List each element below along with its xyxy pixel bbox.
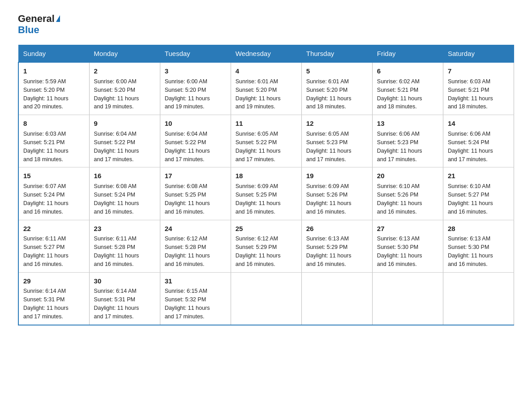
logo-triangle-icon xyxy=(56,15,60,22)
day-number: 13 xyxy=(377,119,438,128)
day-number: 19 xyxy=(306,171,368,181)
day-info: Sunrise: 6:14 AMSunset: 5:31 PMDaylight:… xyxy=(23,288,69,320)
day-info: Sunrise: 6:03 AMSunset: 5:21 PMDaylight:… xyxy=(448,78,493,110)
calendar-cell: 29Sunrise: 6:14 AMSunset: 5:31 PMDayligh… xyxy=(18,272,89,325)
day-info: Sunrise: 6:06 AMSunset: 5:23 PMDaylight:… xyxy=(377,131,422,163)
column-header-thursday: Thursday xyxy=(301,45,372,63)
day-info: Sunrise: 6:14 AMSunset: 5:31 PMDaylight:… xyxy=(94,288,139,320)
day-number: 3 xyxy=(165,66,226,76)
column-header-friday: Friday xyxy=(372,45,443,63)
calendar-cell: 30Sunrise: 6:14 AMSunset: 5:31 PMDayligh… xyxy=(89,272,160,325)
day-number: 18 xyxy=(236,171,297,181)
day-number: 9 xyxy=(94,119,155,128)
day-number: 6 xyxy=(377,66,438,76)
calendar-cell: 28Sunrise: 6:13 AMSunset: 5:30 PMDayligh… xyxy=(443,220,514,272)
day-info: Sunrise: 6:05 AMSunset: 5:22 PMDaylight:… xyxy=(236,131,281,163)
calendar-table: SundayMondayTuesdayWednesdayThursdayFrid… xyxy=(18,45,514,325)
day-number: 28 xyxy=(448,224,509,234)
logo-general: General xyxy=(18,13,55,24)
day-info: Sunrise: 6:03 AMSunset: 5:21 PMDaylight:… xyxy=(23,131,69,163)
day-info: Sunrise: 6:13 AMSunset: 5:30 PMDaylight:… xyxy=(377,235,422,267)
day-number: 16 xyxy=(94,171,155,181)
day-number: 12 xyxy=(306,119,368,128)
day-info: Sunrise: 6:01 AMSunset: 5:20 PMDaylight:… xyxy=(306,78,352,110)
calendar-week-row: 8Sunrise: 6:03 AMSunset: 5:21 PMDaylight… xyxy=(18,115,514,167)
day-info: Sunrise: 6:12 AMSunset: 5:28 PMDaylight:… xyxy=(165,235,210,267)
calendar-cell: 19Sunrise: 6:09 AMSunset: 5:26 PMDayligh… xyxy=(301,167,372,220)
day-info: Sunrise: 6:11 AMSunset: 5:27 PMDaylight:… xyxy=(23,235,69,267)
calendar-cell: 1Sunrise: 5:59 AMSunset: 5:20 PMDaylight… xyxy=(18,62,89,115)
day-info: Sunrise: 6:05 AMSunset: 5:23 PMDaylight:… xyxy=(306,131,352,163)
column-header-sunday: Sunday xyxy=(18,45,89,63)
calendar-week-row: 1Sunrise: 5:59 AMSunset: 5:20 PMDaylight… xyxy=(18,62,514,115)
calendar-cell xyxy=(231,272,301,325)
day-info: Sunrise: 6:01 AMSunset: 5:20 PMDaylight:… xyxy=(236,78,281,110)
calendar-cell: 10Sunrise: 6:04 AMSunset: 5:22 PMDayligh… xyxy=(160,115,231,167)
column-header-monday: Monday xyxy=(89,45,160,63)
calendar-cell: 6Sunrise: 6:02 AMSunset: 5:21 PMDaylight… xyxy=(372,62,443,115)
day-info: Sunrise: 6:09 AMSunset: 5:25 PMDaylight:… xyxy=(236,183,281,215)
day-info: Sunrise: 6:00 AMSunset: 5:20 PMDaylight:… xyxy=(165,78,210,110)
calendar-cell xyxy=(372,272,443,325)
day-number: 27 xyxy=(377,224,438,234)
calendar-cell: 22Sunrise: 6:11 AMSunset: 5:27 PMDayligh… xyxy=(18,220,89,272)
column-header-saturday: Saturday xyxy=(443,45,514,63)
calendar-cell: 7Sunrise: 6:03 AMSunset: 5:21 PMDaylight… xyxy=(443,62,514,115)
calendar-cell: 26Sunrise: 6:13 AMSunset: 5:29 PMDayligh… xyxy=(301,220,372,272)
day-info: Sunrise: 6:07 AMSunset: 5:24 PMDaylight:… xyxy=(23,183,69,215)
day-number: 4 xyxy=(236,66,297,76)
day-info: Sunrise: 6:13 AMSunset: 5:29 PMDaylight:… xyxy=(306,235,352,267)
calendar-cell xyxy=(443,272,514,325)
calendar-cell: 25Sunrise: 6:12 AMSunset: 5:29 PMDayligh… xyxy=(231,220,301,272)
calendar-cell: 5Sunrise: 6:01 AMSunset: 5:20 PMDaylight… xyxy=(301,62,372,115)
calendar-cell xyxy=(301,272,372,325)
day-number: 2 xyxy=(94,66,155,76)
day-number: 1 xyxy=(23,66,85,76)
calendar-cell: 2Sunrise: 6:00 AMSunset: 5:20 PMDaylight… xyxy=(89,62,160,115)
day-info: Sunrise: 6:02 AMSunset: 5:21 PMDaylight:… xyxy=(377,78,422,110)
day-number: 26 xyxy=(306,224,368,234)
day-info: Sunrise: 6:10 AMSunset: 5:26 PMDaylight:… xyxy=(377,183,422,215)
day-number: 5 xyxy=(306,66,368,76)
day-info: Sunrise: 6:10 AMSunset: 5:27 PMDaylight:… xyxy=(448,183,493,215)
day-info: Sunrise: 6:09 AMSunset: 5:26 PMDaylight:… xyxy=(306,183,352,215)
day-number: 11 xyxy=(236,119,297,128)
day-info: Sunrise: 6:15 AMSunset: 5:32 PMDaylight:… xyxy=(165,288,210,320)
calendar-cell: 3Sunrise: 6:00 AMSunset: 5:20 PMDaylight… xyxy=(160,62,231,115)
day-number: 21 xyxy=(448,171,509,181)
day-info: Sunrise: 6:04 AMSunset: 5:22 PMDaylight:… xyxy=(94,131,139,163)
page-header: General Blue xyxy=(18,13,514,36)
logo: General Blue xyxy=(18,13,60,36)
calendar-cell: 23Sunrise: 6:11 AMSunset: 5:28 PMDayligh… xyxy=(89,220,160,272)
calendar-cell: 24Sunrise: 6:12 AMSunset: 5:28 PMDayligh… xyxy=(160,220,231,272)
day-info: Sunrise: 6:04 AMSunset: 5:22 PMDaylight:… xyxy=(165,131,210,163)
day-info: Sunrise: 6:13 AMSunset: 5:30 PMDaylight:… xyxy=(448,235,493,267)
day-number: 22 xyxy=(23,224,85,234)
calendar-cell: 9Sunrise: 6:04 AMSunset: 5:22 PMDaylight… xyxy=(89,115,160,167)
day-info: Sunrise: 6:12 AMSunset: 5:29 PMDaylight:… xyxy=(236,235,281,267)
calendar-cell: 18Sunrise: 6:09 AMSunset: 5:25 PMDayligh… xyxy=(231,167,301,220)
calendar-week-row: 15Sunrise: 6:07 AMSunset: 5:24 PMDayligh… xyxy=(18,167,514,220)
day-number: 17 xyxy=(165,171,226,181)
calendar-cell: 31Sunrise: 6:15 AMSunset: 5:32 PMDayligh… xyxy=(160,272,231,325)
day-number: 15 xyxy=(23,171,85,181)
day-info: Sunrise: 6:08 AMSunset: 5:24 PMDaylight:… xyxy=(94,183,139,215)
day-number: 31 xyxy=(165,276,226,286)
day-number: 10 xyxy=(165,119,226,128)
day-info: Sunrise: 6:08 AMSunset: 5:25 PMDaylight:… xyxy=(165,183,210,215)
calendar-cell: 12Sunrise: 6:05 AMSunset: 5:23 PMDayligh… xyxy=(301,115,372,167)
day-number: 14 xyxy=(448,119,509,128)
calendar-cell: 20Sunrise: 6:10 AMSunset: 5:26 PMDayligh… xyxy=(372,167,443,220)
day-info: Sunrise: 6:06 AMSunset: 5:24 PMDaylight:… xyxy=(448,131,493,163)
calendar-cell: 21Sunrise: 6:10 AMSunset: 5:27 PMDayligh… xyxy=(443,167,514,220)
calendar-cell: 8Sunrise: 6:03 AMSunset: 5:21 PMDaylight… xyxy=(18,115,89,167)
calendar-cell: 17Sunrise: 6:08 AMSunset: 5:25 PMDayligh… xyxy=(160,167,231,220)
column-header-wednesday: Wednesday xyxy=(231,45,301,63)
calendar-week-row: 22Sunrise: 6:11 AMSunset: 5:27 PMDayligh… xyxy=(18,220,514,272)
calendar-cell: 4Sunrise: 6:01 AMSunset: 5:20 PMDaylight… xyxy=(231,62,301,115)
day-number: 8 xyxy=(23,119,85,128)
day-number: 30 xyxy=(94,276,155,286)
calendar-body: 1Sunrise: 5:59 AMSunset: 5:20 PMDaylight… xyxy=(18,62,514,325)
calendar-cell: 27Sunrise: 6:13 AMSunset: 5:30 PMDayligh… xyxy=(372,220,443,272)
day-number: 7 xyxy=(448,66,509,76)
